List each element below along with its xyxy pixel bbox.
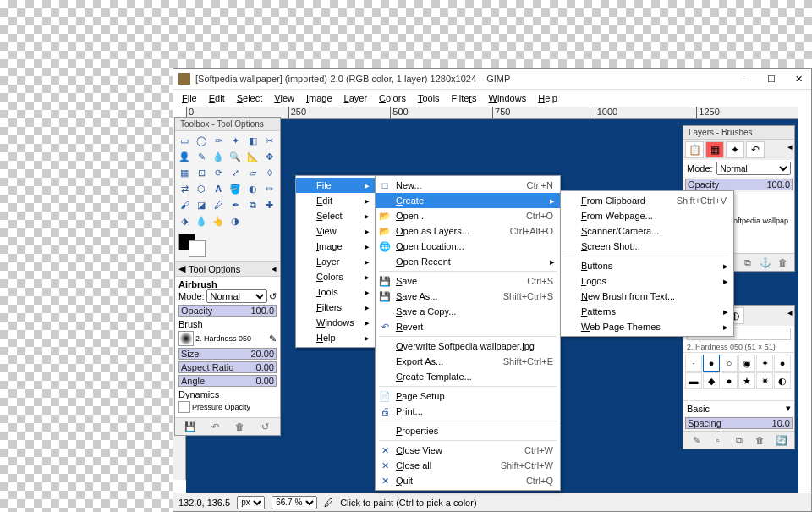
menu-item[interactable]: From Webpage... xyxy=(561,208,733,223)
tool-perspective[interactable]: ◊ xyxy=(262,165,277,180)
reset-preset-icon[interactable]: ↺ xyxy=(259,421,271,432)
tool-color-select[interactable]: ◧ xyxy=(245,133,261,148)
menu-item[interactable]: Overwrite Softpedia wallpaper.jpg xyxy=(376,339,560,354)
tool-clone[interactable]: ⧉ xyxy=(245,197,261,212)
layer-opacity-slider[interactable]: Opacity100.0 xyxy=(685,179,793,190)
menu-item[interactable]: Create Template... xyxy=(376,369,560,384)
brush-dock-menu-icon[interactable]: ◂ xyxy=(787,307,793,324)
tool-heal[interactable]: ✚ xyxy=(262,197,277,212)
brush-cell[interactable]: · xyxy=(685,355,702,372)
aspect-slider[interactable]: Aspect Ratio0.00 xyxy=(178,361,277,373)
tool-color-picker[interactable]: 💧 xyxy=(211,149,226,164)
tool-blend[interactable]: ◐ xyxy=(245,181,261,196)
menu-item[interactable]: Windows▸ xyxy=(296,315,375,330)
menu-item[interactable]: Scanner/Camera... xyxy=(561,223,733,239)
menu-tools[interactable]: Tools xyxy=(413,91,445,105)
menu-item[interactable]: Save a Copy... xyxy=(376,304,560,319)
layer-name[interactable]: Softpedia wallpap xyxy=(728,217,788,225)
brush-cell[interactable]: ✦ xyxy=(756,355,773,372)
undo-tab[interactable]: ↶ xyxy=(746,141,765,158)
menu-item[interactable]: ✕QuitCtrl+Q xyxy=(376,473,560,488)
menu-item[interactable]: Logos▸ xyxy=(561,273,733,289)
tool-scissors[interactable]: ✂ xyxy=(262,133,277,148)
color-swatches[interactable] xyxy=(175,230,280,261)
menu-item[interactable]: Patterns▸ xyxy=(561,304,733,319)
brush-cell[interactable]: ✷ xyxy=(756,372,773,389)
menu-item[interactable]: Create▸ xyxy=(376,193,560,208)
tool-free-select[interactable]: ✑ xyxy=(211,133,226,148)
tool-blur[interactable]: 💧 xyxy=(194,213,209,228)
menu-windows[interactable]: Windows xyxy=(484,91,532,105)
menu-item[interactable]: ↶Revert xyxy=(376,319,560,334)
menu-item[interactable]: Help▸ xyxy=(296,330,375,345)
tool-perspective-clone[interactable]: ⬗ xyxy=(177,213,192,228)
menu-item[interactable]: 💾Save As...Shift+Ctrl+S xyxy=(376,289,560,304)
menu-item[interactable]: Edit▸ xyxy=(296,193,375,208)
spacing-slider[interactable]: Spacing10.0 xyxy=(685,417,793,429)
tool-move[interactable]: ✥ xyxy=(262,149,277,164)
menu-file[interactable]: File xyxy=(177,91,202,105)
menu-item[interactable]: 💾SaveCtrl+S xyxy=(376,273,560,289)
dock-menu-icon[interactable]: ◂ xyxy=(787,141,793,158)
duplicate-layer-icon[interactable]: ⧉ xyxy=(742,256,754,268)
tool-paths[interactable]: ✎ xyxy=(194,149,209,164)
menu-item[interactable]: Web Page Themes▸ xyxy=(561,319,733,334)
menu-colors[interactable]: Colors xyxy=(374,91,411,105)
menu-item[interactable]: Layer▸ xyxy=(296,254,375,269)
tool-pencil[interactable]: ✏ xyxy=(262,181,277,196)
menu-item[interactable]: File▸ xyxy=(296,178,375,193)
tool-foreground[interactable]: 👤 xyxy=(177,149,192,164)
menu-item[interactable]: 📂Open...Ctrl+O xyxy=(376,208,560,223)
tool-airbrush[interactable]: 🖊 xyxy=(211,197,226,212)
tool-rotate[interactable]: ⟳ xyxy=(211,165,226,180)
delete-layer-icon[interactable]: 🗑 xyxy=(777,256,789,268)
menu-layer[interactable]: Layer xyxy=(339,91,373,105)
tool-scale[interactable]: ⤢ xyxy=(228,165,243,180)
menu-item[interactable]: Filters▸ xyxy=(296,300,375,315)
delete-brush-icon[interactable]: 🗑 xyxy=(754,434,766,446)
menu-item[interactable]: Open Recent▸ xyxy=(376,254,560,269)
brush-cell[interactable]: ● xyxy=(721,372,738,389)
menu-item[interactable]: From ClipboardShift+Ctrl+V xyxy=(561,193,733,208)
tool-bucket[interactable]: 🪣 xyxy=(228,181,243,196)
brush-cell[interactable]: ▬ xyxy=(685,372,702,389)
brush-cell[interactable]: ● xyxy=(774,355,791,372)
brush-cell[interactable]: ◐ xyxy=(774,372,791,389)
menu-item[interactable]: View▸ xyxy=(296,223,375,239)
mode-reset-icon[interactable]: ↺ xyxy=(269,291,277,302)
menu-item[interactable]: Tools▸ xyxy=(296,284,375,300)
menu-item[interactable]: Screen Shot... xyxy=(561,239,733,254)
tool-cage[interactable]: ⬡ xyxy=(194,181,209,196)
menu-item[interactable]: 📂Open as Layers...Ctrl+Alt+O xyxy=(376,223,560,239)
brush-cell[interactable]: ◉ xyxy=(738,355,755,372)
brush-cell[interactable]: ○ xyxy=(721,355,738,372)
menu-item[interactable]: 📄Page Setup xyxy=(376,388,560,404)
tool-text[interactable]: A xyxy=(211,181,226,196)
tool-ellipse-select[interactable]: ◯ xyxy=(194,133,209,148)
angle-slider[interactable]: Angle0.00 xyxy=(178,375,277,387)
new-brush-icon[interactable]: ▫ xyxy=(712,434,724,446)
menu-help[interactable]: Help xyxy=(533,91,562,105)
tool-eraser[interactable]: ◪ xyxy=(194,197,209,212)
menu-item[interactable]: Properties xyxy=(376,423,560,438)
edit-brush-icon[interactable]: ✎ xyxy=(691,434,703,446)
minimize-button[interactable]: — xyxy=(737,71,752,86)
tool-flip[interactable]: ⇄ xyxy=(177,181,192,196)
dynamics-icon[interactable] xyxy=(178,401,190,413)
maximize-button[interactable]: ☐ xyxy=(764,71,779,86)
menu-filters[interactable]: Filters xyxy=(447,91,482,105)
opacity-slider[interactable]: Opacity100.0 xyxy=(178,305,277,317)
tool-measure[interactable]: 📐 xyxy=(245,149,261,164)
layer-mode-select[interactable]: Normal xyxy=(716,162,791,175)
anchor-layer-icon[interactable]: ⚓ xyxy=(760,256,771,268)
brush-preview[interactable] xyxy=(178,331,194,346)
tool-fuzzy-select[interactable]: ✦ xyxy=(228,133,243,148)
menu-item[interactable]: ✕Close allShift+Ctrl+W xyxy=(376,458,560,473)
background-swatch[interactable] xyxy=(189,240,206,257)
tool-zoom[interactable]: 🔍 xyxy=(228,149,243,164)
menu-item[interactable]: Export As...Shift+Ctrl+E xyxy=(376,354,560,369)
menu-item[interactable]: ✕Close ViewCtrl+W xyxy=(376,443,560,458)
options-menu-icon[interactable]: ◂ xyxy=(272,263,277,274)
menu-item[interactable]: □New...Ctrl+N xyxy=(376,178,560,193)
delete-preset-icon[interactable]: 🗑 xyxy=(234,421,246,432)
